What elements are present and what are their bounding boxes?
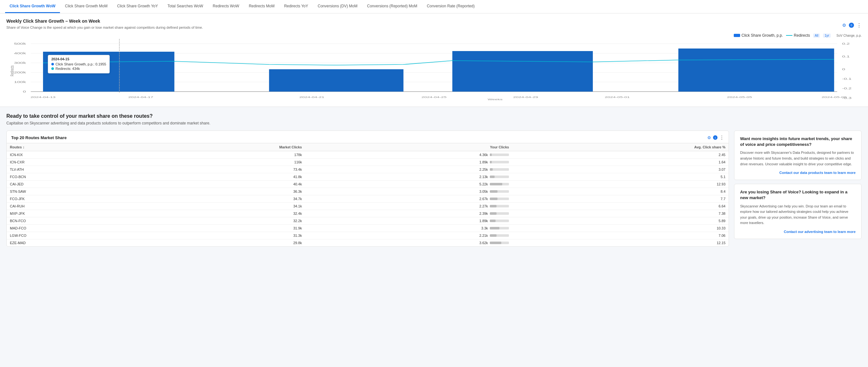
svg-text:-0.1: -0.1 bbox=[842, 77, 852, 80]
table-filter-icon[interactable]: ⚙ bbox=[707, 135, 711, 140]
bar-fill bbox=[490, 153, 492, 156]
bar-fill bbox=[490, 161, 492, 163]
tooltip-click-share: Click Share Growth, p.p.: 0.1955 bbox=[51, 62, 106, 66]
tab-redirects-mom[interactable]: Redirects MoM bbox=[244, 0, 279, 13]
info-card-text-data-products: Discover more with Skyscanner's Data Pro… bbox=[740, 150, 856, 167]
bar-bg bbox=[490, 161, 509, 163]
sort-icon[interactable]: ↕ bbox=[23, 145, 25, 149]
cell-market-clicks: 116k bbox=[138, 159, 305, 166]
table-card-header: Top 20 Routes Market Share ⚙ 1 ⋮ bbox=[7, 131, 728, 143]
tab-total-searches-wow[interactable]: Total Searches WoW bbox=[163, 0, 208, 13]
bar-bg bbox=[490, 198, 509, 200]
info-card-link-data-products[interactable]: Contact our data products team to learn … bbox=[779, 171, 856, 175]
svg-text:0.2: 0.2 bbox=[842, 42, 850, 45]
bar-fill bbox=[490, 220, 496, 222]
cell-route: TLV-ATH bbox=[7, 166, 138, 173]
cell-route: CAI-JED bbox=[7, 180, 138, 188]
bar-fill bbox=[490, 227, 499, 229]
cell-your-clicks: 1.89k bbox=[305, 159, 512, 166]
cell-route: ICN-CXR bbox=[7, 159, 138, 166]
bar-fill bbox=[490, 198, 497, 200]
svg-text:500k: 500k bbox=[14, 42, 26, 45]
bottom-section: Ready to take control of your market sha… bbox=[0, 107, 868, 247]
bar-fill bbox=[490, 190, 497, 193]
cell-market-clicks: 34.1k bbox=[138, 203, 305, 210]
col-routes: Routes ↕ bbox=[7, 143, 138, 151]
bar-bg bbox=[490, 175, 509, 178]
tab-conversions-dv-mom[interactable]: Conversions (DV) MoM bbox=[313, 0, 362, 13]
cell-market-clicks: 32.2k bbox=[138, 217, 305, 225]
legend-line-color bbox=[786, 35, 793, 36]
table-more-icon[interactable]: ⋮ bbox=[719, 135, 724, 140]
cell-your-clicks: 2.13k bbox=[305, 173, 512, 180]
svg-text:2024-04-25: 2024-04-25 bbox=[422, 96, 447, 98]
info-card-title-advertising: Are you losing Share of Voice? Looking t… bbox=[740, 189, 856, 201]
bar-fill bbox=[490, 212, 496, 215]
cell-route: EZE-MAD bbox=[7, 239, 138, 247]
cell-avg-share: 3.07 bbox=[512, 166, 728, 173]
cell-your-clicks: 1.89k bbox=[305, 217, 512, 225]
cell-your-clicks: 5.22k bbox=[305, 180, 512, 188]
cell-market-clicks: 73.4k bbox=[138, 166, 305, 173]
info-card-advertising: Are you losing Share of Voice? Looking t… bbox=[734, 184, 862, 239]
table-row: CAI-JED 40.4k 5.22k 12.93 bbox=[7, 180, 728, 188]
routes-table: Routes ↕ Market Clicks Your Clicks Avg. … bbox=[7, 143, 728, 246]
tooltip-teal-dot bbox=[51, 67, 54, 70]
cell-market-clicks: 178k bbox=[138, 151, 305, 159]
table-card-title: Top 20 Routes Market Share bbox=[11, 135, 67, 140]
cell-avg-share: 12.93 bbox=[512, 180, 728, 188]
cell-market-clicks: 41.8k bbox=[138, 173, 305, 180]
cell-avg-share: 7.06 bbox=[512, 232, 728, 239]
cell-market-clicks: 31.9k bbox=[138, 225, 305, 232]
tab-click-share-yoy[interactable]: Click Share Growth YoY bbox=[113, 0, 162, 13]
cell-avg-share: 10.33 bbox=[512, 225, 728, 232]
tab-click-share-mom[interactable]: Click Share Growth MoM bbox=[61, 0, 112, 13]
table-row: ICN-KIX 178k 4.36k 2.45 bbox=[7, 151, 728, 159]
table-row: FCO-BCN 41.8k 2.13k 5.1 bbox=[7, 173, 728, 180]
cell-avg-share: 5.89 bbox=[512, 217, 728, 225]
table-row: STN-SAW 36.3k 3.05k 8.4 bbox=[7, 188, 728, 195]
legend-sov: SoV Change, p.p. bbox=[836, 34, 862, 37]
cell-route: FCO-JFK bbox=[7, 195, 138, 203]
table-row: FCO-JFK 34.7k 2.67k 7.7 bbox=[7, 195, 728, 203]
svg-text:2024-05-01: 2024-05-01 bbox=[605, 96, 630, 98]
legend-bar-label: Click Share Growth, p.p. bbox=[741, 33, 783, 38]
cell-market-clicks: 32.4k bbox=[138, 210, 305, 217]
table-row: BCN-FCO 32.2k 1.89k 5.89 bbox=[7, 217, 728, 225]
tooltip-date: 2024-04-15 bbox=[51, 57, 106, 61]
cell-your-clicks: 2.25k bbox=[305, 166, 512, 173]
cell-market-clicks: 36.3k bbox=[138, 188, 305, 195]
tab-redirects-wow[interactable]: Redirects WoW bbox=[208, 0, 244, 13]
col-avg-share: Avg. Click share % bbox=[512, 143, 728, 151]
bar-bg bbox=[490, 168, 509, 171]
svg-text:0.1: 0.1 bbox=[842, 55, 850, 58]
chart-area: 2024-04-15 Click Share Growth, p.p.: 0.1… bbox=[6, 39, 862, 103]
legend-btn-all[interactable]: All bbox=[813, 33, 820, 38]
svg-text:-0.2: -0.2 bbox=[842, 87, 852, 90]
cell-route: MAD-FCO bbox=[7, 225, 138, 232]
tab-redirects-yoy[interactable]: Redirects YoY bbox=[280, 0, 312, 13]
svg-text:2024-05-05: 2024-05-05 bbox=[727, 96, 752, 98]
more-icon[interactable]: ⋮ bbox=[857, 22, 862, 28]
filter-icon[interactable]: ⚙ bbox=[842, 23, 846, 28]
info-card-title-data-products: Want more insights into future market tr… bbox=[740, 136, 856, 147]
legend-btn-1yr[interactable]: 1yr bbox=[823, 33, 831, 38]
bar-fill bbox=[490, 205, 496, 207]
bar-bg bbox=[490, 153, 509, 156]
tab-conversions-rep-mom[interactable]: Conversions (Reported) MoM bbox=[363, 0, 422, 13]
svg-text:300k: 300k bbox=[14, 61, 26, 64]
info-card-link-advertising[interactable]: Contact our advertising team to learn mo… bbox=[784, 230, 856, 234]
info-card-data-products: Want more insights into future market tr… bbox=[734, 131, 862, 180]
table-row: MXP-JFK 32.4k 2.39k 7.38 bbox=[7, 210, 728, 217]
cell-your-clicks: 3.62k bbox=[305, 239, 512, 247]
tab-conversion-rate-rep[interactable]: Conversion Rate (Reported) bbox=[422, 0, 479, 13]
chart-subtitle: Share of Voice Change is the speed at wh… bbox=[6, 26, 203, 29]
bar-fill bbox=[490, 168, 493, 171]
cell-avg-share: 5.1 bbox=[512, 173, 728, 180]
svg-rect-19 bbox=[269, 69, 403, 92]
tab-click-share-wow[interactable]: Click Share Growth WoW bbox=[5, 0, 60, 13]
bar-bg bbox=[490, 220, 509, 222]
cell-route: CAI-RUH bbox=[7, 203, 138, 210]
svg-rect-20 bbox=[452, 51, 593, 92]
bar-bg bbox=[490, 234, 509, 237]
